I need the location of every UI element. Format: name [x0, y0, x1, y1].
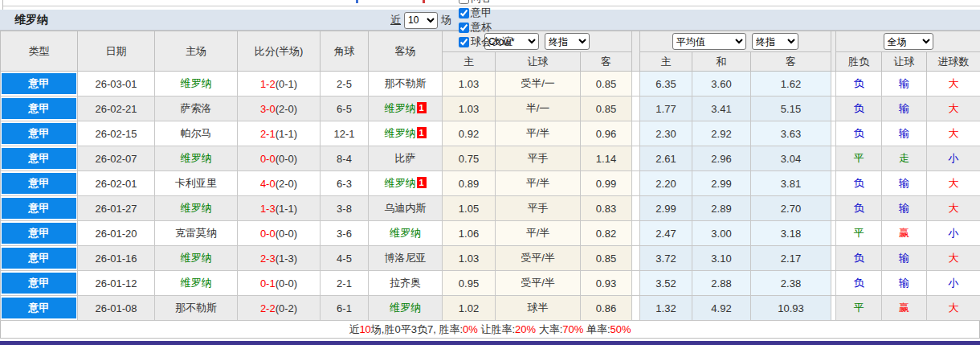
away-team[interactable]: 维罗纳: [385, 127, 416, 139]
home-team[interactable]: 维罗纳: [181, 252, 212, 264]
halftime-score: (1-3): [276, 253, 297, 265]
result-handicap-cell: 输: [882, 121, 927, 146]
recent-count-select[interactable]: 10: [404, 12, 438, 29]
league-label[interactable]: 意甲: [2, 73, 76, 94]
league-cell[interactable]: 意甲: [1, 196, 78, 221]
home-team[interactable]: 那不勒斯: [175, 302, 217, 314]
away-team-cell[interactable]: 维罗纳1: [369, 171, 443, 196]
corners-cell: 2-5: [321, 72, 369, 97]
summary-segment: 单率:: [583, 323, 610, 335]
league-label[interactable]: 意甲: [2, 98, 76, 119]
summary-segment: 场,胜0平3负7, 胜率:: [371, 323, 463, 335]
summary-segment: 大率:: [536, 323, 562, 335]
league-label[interactable]: 意甲: [2, 248, 76, 269]
home-team-cell[interactable]: 维罗纳: [155, 196, 238, 221]
league-label[interactable]: 意甲: [2, 273, 76, 294]
odds-handicap: 平/半: [526, 177, 550, 189]
away-team-cell[interactable]: 拉齐奥: [369, 271, 443, 296]
period-select[interactable]: 全场: [884, 33, 933, 50]
league-cell[interactable]: 意甲: [1, 146, 78, 171]
league-label[interactable]: 意甲: [2, 298, 76, 318]
score-cell: 0-1(0-0): [238, 271, 321, 296]
away-team[interactable]: 博洛尼亚: [385, 252, 427, 264]
league-cell[interactable]: 意甲: [1, 121, 78, 146]
home-team-cell[interactable]: 帕尔马: [155, 121, 238, 146]
home-team[interactable]: 帕尔马: [181, 127, 212, 139]
avg-away: 3.81: [781, 178, 801, 190]
home-team-cell[interactable]: 维罗纳: [155, 246, 238, 271]
league-label[interactable]: 意甲: [2, 148, 76, 169]
result-goals: 大: [949, 177, 959, 189]
away-team[interactable]: 那不勒斯: [385, 77, 427, 89]
away-team-cell[interactable]: 维罗纳: [369, 296, 443, 321]
home-team-cell[interactable]: 萨索洛: [155, 97, 238, 121]
home-team[interactable]: 维罗纳: [181, 152, 212, 164]
home-team[interactable]: 维罗纳: [181, 202, 212, 214]
home-team-cell[interactable]: 克雷莫纳: [155, 221, 238, 246]
filter-checkbox-input-3[interactable]: [459, 37, 469, 47]
fulltime-score: 3-0: [260, 103, 276, 115]
avg-stage-select[interactable]: 终指: [752, 33, 798, 50]
score-cell: 2-1(1-1): [238, 121, 321, 146]
odds-handicap-cell: 受平/半: [496, 271, 581, 296]
result-goals-cell: 小: [927, 146, 980, 171]
away-team-cell[interactable]: 维罗纳1: [369, 97, 443, 121]
league-cell[interactable]: 意甲: [1, 171, 78, 196]
away-team-cell[interactable]: 博洛尼亚: [369, 246, 443, 271]
result-wdl: 平: [854, 227, 864, 239]
col-header-home: 主场: [155, 31, 238, 72]
league-cell[interactable]: 意甲: [1, 72, 78, 97]
col-header-avg-home: 主: [640, 52, 692, 72]
odds-stage-select[interactable]: 终指: [545, 33, 590, 50]
result-goals-cell: 大: [927, 246, 980, 271]
result-handicap-cell: 输: [882, 196, 927, 221]
halftime-score: (0-0): [276, 228, 297, 240]
cutoff-text-mark-blue: [356, 0, 358, 3]
league-label[interactable]: 意甲: [2, 123, 76, 144]
league-cell[interactable]: 意甲: [1, 246, 78, 271]
result-goals: 小: [949, 227, 959, 239]
league-label[interactable]: 意甲: [2, 173, 76, 194]
away-team[interactable]: 乌迪内斯: [385, 202, 427, 214]
table-row: 意甲26-01-20克雷莫纳0-0(0-0)3-6维罗纳1.06平/半0.822…: [1, 221, 980, 246]
home-team-cell[interactable]: 那不勒斯: [155, 296, 238, 321]
away-team-cell[interactable]: 乌迪内斯: [369, 196, 443, 221]
home-team[interactable]: 萨索洛: [181, 102, 212, 114]
result-wdl-cell: 负: [836, 196, 882, 221]
avg-home: 1.77: [655, 103, 676, 115]
league-cell[interactable]: 意甲: [1, 221, 78, 246]
result-wdl-cell: 负: [836, 72, 882, 97]
home-team-cell[interactable]: 维罗纳: [155, 72, 238, 97]
home-team-cell[interactable]: 卡利亚里: [155, 171, 238, 196]
league-cell[interactable]: 意甲: [1, 97, 78, 121]
away-team-cell[interactable]: 那不勒斯: [369, 72, 443, 97]
avg-source-select[interactable]: 平均值: [672, 33, 746, 50]
away-team-cell[interactable]: 比萨: [369, 146, 443, 171]
home-team[interactable]: 卡利亚里: [175, 177, 217, 189]
league-label[interactable]: 意甲: [2, 198, 76, 219]
filter-checkbox-input-0[interactable]: [459, 0, 469, 4]
home-team-cell[interactable]: 维罗纳: [155, 146, 238, 171]
result-wdl: 平: [854, 152, 864, 164]
filter-checkbox-input-1[interactable]: [459, 8, 469, 18]
fulltime-score: 1-3: [260, 203, 276, 215]
recent-link[interactable]: 近: [390, 13, 401, 27]
home-team-cell[interactable]: 维罗纳: [155, 271, 238, 296]
away-team[interactable]: 拉齐奥: [390, 277, 421, 289]
league-label[interactable]: 意甲: [2, 223, 76, 244]
away-team[interactable]: 比萨: [395, 152, 416, 164]
away-team[interactable]: 维罗纳: [390, 227, 421, 239]
odds-away-cell: 0.86: [581, 296, 632, 321]
home-team[interactable]: 维罗纳: [181, 77, 212, 89]
away-team-cell[interactable]: 维罗纳: [369, 221, 443, 246]
away-team[interactable]: 维罗纳: [390, 302, 421, 314]
filter-checkbox-input-2[interactable]: [459, 23, 469, 33]
away-team-cell[interactable]: 维罗纳1: [369, 121, 443, 146]
away-team[interactable]: 维罗纳: [385, 177, 416, 189]
home-team[interactable]: 克雷莫纳: [175, 227, 217, 239]
rank-badge: 1: [417, 177, 427, 188]
home-team[interactable]: 维罗纳: [181, 277, 212, 289]
league-cell[interactable]: 意甲: [1, 271, 78, 296]
league-cell[interactable]: 意甲: [1, 296, 78, 321]
away-team[interactable]: 维罗纳: [385, 102, 416, 114]
